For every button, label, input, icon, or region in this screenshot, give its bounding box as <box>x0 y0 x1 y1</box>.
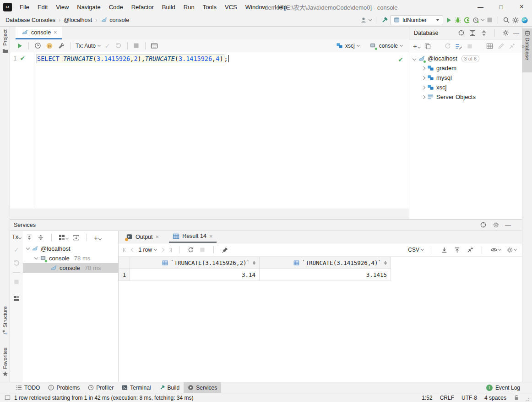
output-options-icon[interactable] <box>151 42 158 50</box>
tab-console[interactable]: console × <box>16 27 62 39</box>
export-download-icon[interactable] <box>440 246 448 253</box>
background-tasks-icon[interactable] <box>5 395 11 401</box>
expand-all-icon[interactable] <box>26 234 33 241</box>
add-data-source-button[interactable]: + <box>413 42 420 50</box>
menu-refactor[interactable]: Refactor <box>127 0 158 14</box>
line-separator[interactable]: CRLF <box>440 395 454 401</box>
services-settings-gear-icon[interactable] <box>492 221 499 229</box>
close-tab-icon[interactable]: × <box>54 29 57 35</box>
inspections-ok-icon[interactable]: ✔ <box>398 56 403 63</box>
export-format-select[interactable]: CSV <box>408 247 423 253</box>
caret-position[interactable]: 1:52 <box>422 395 432 401</box>
parameters-icon[interactable]: p <box>46 42 53 50</box>
row-number-header[interactable] <box>119 257 130 269</box>
menu-vcs[interactable]: VCS <box>221 0 241 14</box>
sql-statement[interactable]: SELECT TRUNCATE(3.1415926,2),TRUNCATE(3.… <box>36 54 229 63</box>
collapsed-chevron-icon[interactable] <box>422 85 425 89</box>
tool-button-project[interactable]: Project <box>0 29 10 54</box>
locate-target-icon[interactable] <box>479 221 487 229</box>
minimize-button[interactable]: — <box>470 0 491 14</box>
execute-button[interactable] <box>16 42 23 50</box>
profiler-button[interactable] <box>472 17 480 24</box>
database-settings-gear-icon[interactable] <box>502 29 509 37</box>
menu-file[interactable]: File <box>16 0 33 14</box>
close-tab-icon[interactable]: × <box>209 233 213 239</box>
expanded-chevron-icon[interactable] <box>413 56 416 60</box>
expand-all-icon[interactable] <box>469 29 476 37</box>
ide-sphere-icon[interactable] <box>521 17 528 24</box>
build-hammer-icon[interactable] <box>381 17 388 24</box>
collapsed-chevron-icon[interactable] <box>422 66 425 70</box>
tool-button-terminal[interactable]: Terminal <box>118 382 155 393</box>
sort-icon[interactable] <box>384 261 387 265</box>
tx-mode-select[interactable]: Tx: Auto <box>76 43 100 49</box>
user-dropdown-icon[interactable] <box>369 17 372 21</box>
event-log-button[interactable]: 1 Event Log <box>486 385 520 391</box>
column-header-truncate4[interactable]: `TRUNCATE(3.1415926,4)` <box>260 257 391 269</box>
pin-tab-icon[interactable] <box>221 246 228 253</box>
breadcrumb-database-consoles[interactable]: Database Consoles <box>5 17 55 23</box>
debug-button[interactable] <box>454 17 461 24</box>
tree-node-mysql[interactable]: mysql <box>409 73 522 83</box>
expanded-chevron-icon[interactable] <box>34 256 38 259</box>
add-row-icon[interactable] <box>466 246 473 253</box>
collapsed-chevron-icon[interactable] <box>422 95 425 99</box>
resize-grip[interactable] <box>526 396 531 401</box>
value-cell-truncate2[interactable]: 3.14 <box>130 269 260 281</box>
splitter-area[interactable] <box>10 209 409 219</box>
reload-page-icon[interactable] <box>187 246 194 253</box>
file-encoding[interactable]: UTF-8 <box>461 395 477 401</box>
user-icon[interactable] <box>360 17 367 24</box>
profiler-dropdown-icon[interactable] <box>481 17 484 21</box>
readonly-lock-icon[interactable] <box>514 395 519 401</box>
collapse-all-icon[interactable] <box>37 234 44 241</box>
close-button[interactable]: × <box>511 0 532 14</box>
session-select[interactable]: console <box>369 42 402 50</box>
duplicate-icon[interactable] <box>424 43 431 50</box>
menu-run[interactable]: Run <box>179 0 199 14</box>
collapsed-chevron-icon[interactable] <box>422 76 425 79</box>
tab-output[interactable]: Output × <box>122 231 163 243</box>
tool-button-database[interactable]: Database <box>522 28 532 72</box>
hide-tool-window-icon[interactable]: — <box>513 29 519 36</box>
menu-tools[interactable]: Tools <box>199 0 221 14</box>
import-upload-icon[interactable] <box>453 246 461 253</box>
tree-node-localhost[interactable]: @localhost 3 of 6 <box>409 54 522 63</box>
search-everywhere-icon[interactable] <box>503 17 510 24</box>
tool-button-structure[interactable]: Structure <box>0 306 10 335</box>
menu-build[interactable]: Build <box>158 0 179 14</box>
tab-result-14[interactable]: Result 14 × <box>169 231 216 243</box>
console-settings-wrench-icon[interactable] <box>58 42 65 50</box>
run-configuration-select[interactable]: IdNumber <box>390 15 443 25</box>
breadcrumb-console[interactable]: console <box>109 17 129 23</box>
page-size-select[interactable]: 1 row <box>139 247 157 253</box>
locate-target-icon[interactable] <box>457 29 465 37</box>
tool-button-profiler[interactable]: Profiler <box>84 382 118 393</box>
breadcrumb-localhost[interactable]: @localhost <box>64 17 92 23</box>
expanded-chevron-icon[interactable] <box>26 246 30 250</box>
history-icon[interactable] <box>34 42 41 50</box>
settings-gear-icon[interactable] <box>512 17 519 24</box>
tree-node-xscj[interactable]: xscj <box>409 83 522 92</box>
value-cell-truncate4[interactable]: 3.1415 <box>260 269 391 281</box>
column-header-truncate2[interactable]: `TRUNCATE(3.1415926,2)` <box>130 257 260 269</box>
tool-button-services[interactable]: Services <box>184 382 221 393</box>
table-grid-icon[interactable] <box>486 43 494 50</box>
menu-edit[interactable]: Edit <box>33 0 52 14</box>
tree-node-gradem[interactable]: gradem <box>409 63 522 73</box>
data-source-properties-icon[interactable] <box>455 43 462 50</box>
tool-button-problems[interactable]: Problems <box>44 382 84 393</box>
menu-view[interactable]: View <box>52 0 73 14</box>
toolbar-overflow-icon[interactable]: » <box>522 43 525 50</box>
view-options-icon[interactable] <box>13 295 20 302</box>
add-service-button[interactable]: + <box>94 234 101 242</box>
editor-body[interactable]: 1 ✔ SELECT TRUNCATE(3.1415926,2),TRUNCAT… <box>10 52 409 209</box>
run-with-coverage-button[interactable] <box>463 17 471 24</box>
close-tab-icon[interactable]: × <box>156 234 159 240</box>
maximize-button[interactable]: □ <box>491 0 511 14</box>
services-node-localhost[interactable]: @localhost <box>23 244 118 253</box>
tx-switch-button[interactable]: Tx <box>12 234 21 240</box>
menu-navigate[interactable]: Navigate <box>73 0 104 14</box>
tree-node-server-objects[interactable]: Server Objects <box>409 92 522 102</box>
tool-button-favorites[interactable]: Favorites <box>0 347 10 377</box>
